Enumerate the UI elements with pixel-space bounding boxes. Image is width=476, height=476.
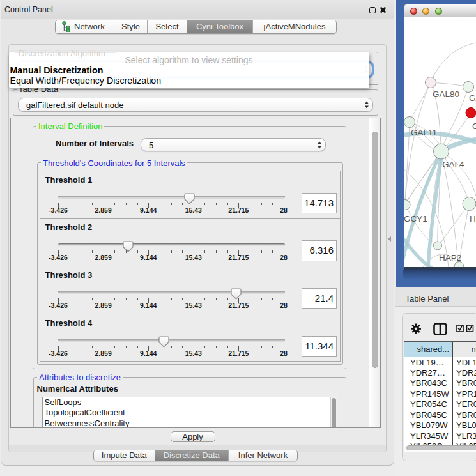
svg-text:GAL11: GAL11	[411, 128, 437, 137]
svg-text:GA: GA	[469, 93, 476, 103]
svg-text:H: H	[470, 214, 476, 224]
svg-text:GAL4: GAL4	[442, 160, 464, 169]
svg-text:HAP2: HAP2	[439, 253, 461, 263]
svg-text:GCY1: GCY1	[404, 214, 427, 224]
svg-text:C: C	[472, 121, 476, 131]
svg-text:GAL80: GAL80	[433, 89, 459, 99]
